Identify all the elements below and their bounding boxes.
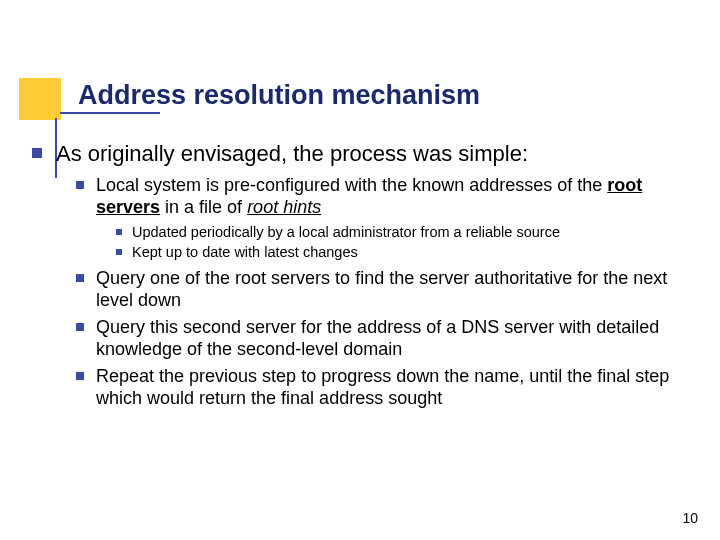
list-item-text: Updated periodically by a local administ… (132, 223, 560, 241)
slide-title: Address resolution mechanism (78, 80, 480, 111)
list-item: Updated periodically by a local administ… (116, 223, 688, 241)
emphasis-italic-underline: root hints (247, 197, 321, 217)
list-item: Kept up to date with latest changes (116, 243, 688, 261)
list-item-text: Query one of the root servers to find th… (96, 267, 688, 312)
bullet-icon (76, 181, 84, 189)
list-item-text: Repeat the previous step to progress dow… (96, 365, 688, 410)
bullet-icon (116, 249, 122, 255)
list-item: Query one of the root servers to find th… (76, 267, 688, 312)
slide-content: As originally envisaged, the process was… (32, 140, 688, 414)
bullet-icon (32, 148, 42, 158)
list-item-text: Query this second server for the address… (96, 316, 688, 361)
page-number: 10 (682, 510, 698, 526)
list-item-text: As originally envisaged, the process was… (56, 140, 528, 168)
text-span: in a file of (160, 197, 247, 217)
list-item: Query this second server for the address… (76, 316, 688, 361)
list-item: Local system is pre-configured with the … (76, 174, 688, 219)
list-item-text: Kept up to date with latest changes (132, 243, 358, 261)
bullet-icon (76, 323, 84, 331)
text-span: Local system is pre-configured with the … (96, 175, 607, 195)
accent-square (19, 78, 61, 120)
list-item-text: Local system is pre-configured with the … (96, 174, 688, 219)
bullet-icon (76, 274, 84, 282)
accent-line-horizontal (60, 112, 160, 114)
bullet-icon (116, 229, 122, 235)
list-item: As originally envisaged, the process was… (32, 140, 688, 168)
bullet-icon (76, 372, 84, 380)
list-item: Repeat the previous step to progress dow… (76, 365, 688, 410)
